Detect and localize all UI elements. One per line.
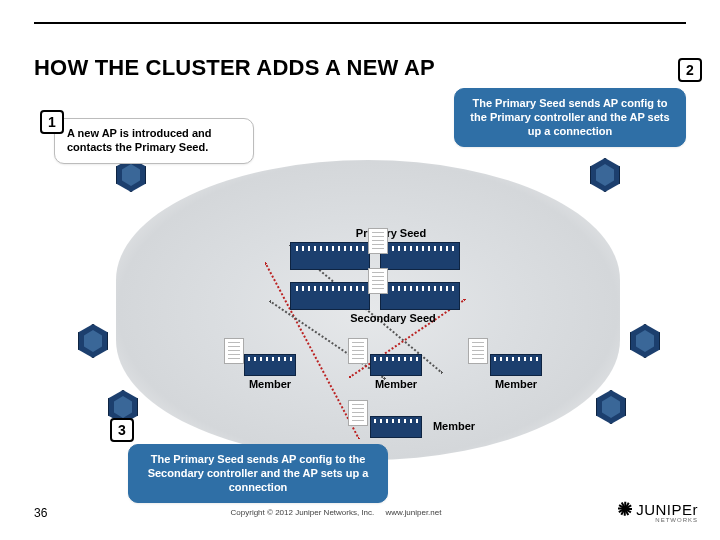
top-rule [34,22,686,24]
primary-seed-controller [290,242,370,270]
ap-icon [590,158,620,192]
config-doc-icon [468,338,488,364]
primary-seed-label: Primary Seed [346,227,436,239]
ap-icon [78,324,108,358]
member-label: Member [414,420,494,432]
member-controller [370,354,422,376]
logo-burst-icon [616,499,634,517]
member-label: Member [356,378,436,390]
footer-url: www.juniper.net [385,508,441,517]
secondary-seed-controller [290,282,370,310]
copyright: Copyright © 2012 Juniper Networks, Inc. … [74,508,598,517]
member-controller [244,354,296,376]
page-title: HOW THE CLUSTER ADDS A NEW AP [34,55,435,81]
callout-step-2: The Primary Seed sends AP config to the … [454,88,686,147]
primary-seed-controller [380,242,460,270]
callout-step-1: A new AP is introduced and contacts the … [54,118,254,164]
config-doc-icon [224,338,244,364]
secondary-seed-label: Secondary Seed [338,312,448,324]
config-doc-icon [368,268,388,294]
brand-name: JUNIPEr [636,501,698,518]
config-doc-icon [348,338,368,364]
ap-icon [630,324,660,358]
slide-number: 36 [34,506,74,520]
brand-subtitle: NETWORKS [616,517,698,523]
config-doc-icon [348,400,368,426]
copyright-text: Copyright © 2012 Juniper Networks, Inc. [231,508,375,517]
footer: 36 Copyright © 2012 Juniper Networks, In… [0,499,720,526]
step-badge-1: 1 [40,110,64,134]
step-badge-3: 3 [110,418,134,442]
member-label: Member [230,378,310,390]
brand-logo: JUNIPEr NETWORKS [598,499,698,526]
member-controller [490,354,542,376]
member-label: Member [476,378,556,390]
secondary-seed-controller [380,282,460,310]
ap-icon [596,390,626,424]
step-badge-2: 2 [678,58,702,82]
config-doc-icon [368,228,388,254]
callout-step-3: The Primary Seed sends AP config to the … [128,444,388,503]
